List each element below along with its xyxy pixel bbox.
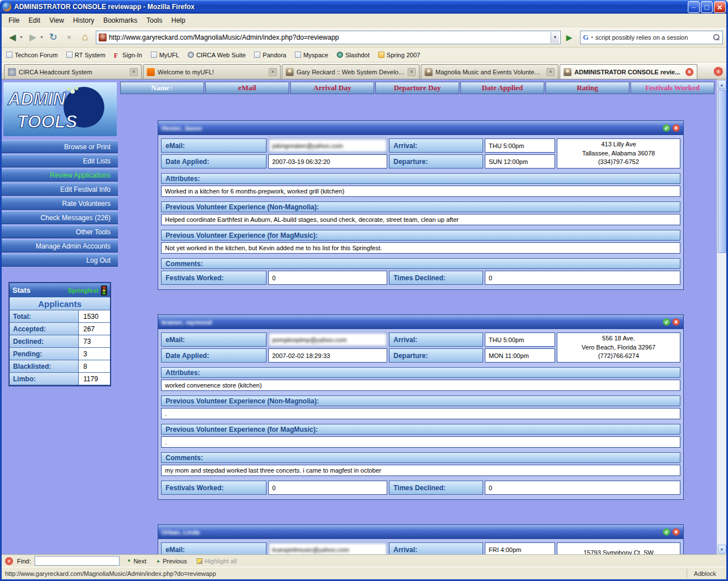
browser-tab[interactable]: Gary Reckard :: Web System Develop... <box>282 64 420 79</box>
forward-history-dropdown-icon[interactable] <box>40 35 44 39</box>
find-next-label: Next <box>133 558 146 565</box>
scroll-down-button[interactable] <box>718 545 726 554</box>
person-favicon <box>425 68 433 76</box>
festivals-worked-value: 0 <box>268 481 387 495</box>
stats-row: Pending: 3 <box>10 348 110 360</box>
bookmark-item[interactable]: MyUFL <box>151 52 179 58</box>
reject-x-icon[interactable] <box>672 124 680 132</box>
applicant-counters-grid: Festivals Worked: 0 Times Declined: 0 <box>161 481 680 495</box>
search-input[interactable] <box>595 34 711 41</box>
back-history-dropdown-icon[interactable] <box>19 35 23 39</box>
address-value: 15793 Symphony Ct. SW Fort Myers, Florid… <box>557 542 680 554</box>
sidebar-nav-item[interactable]: Other Tools <box>2 225 118 238</box>
window-titlebar[interactable]: ADMINISTRATOR CONSOLE reviewapp - Mozill… <box>0 0 728 14</box>
menu-item[interactable]: Edit <box>24 15 45 26</box>
home-button[interactable] <box>78 30 92 45</box>
bookmark-item[interactable]: Slashdot <box>337 52 370 58</box>
page-icon <box>6 52 12 58</box>
reload-button[interactable] <box>46 30 61 45</box>
browser-tab[interactable]: Magnolia Music and Events Volunteer ... <box>421 64 558 79</box>
highlight-all-button[interactable]: Highlight all <box>194 557 240 565</box>
approve-check-icon[interactable] <box>663 528 670 536</box>
column-header[interactable]: Departure Day <box>375 82 459 94</box>
tab-close-icon[interactable] <box>269 68 277 76</box>
stop-button[interactable] <box>62 30 77 45</box>
column-header[interactable]: Date Applied <box>460 82 544 94</box>
reject-x-icon[interactable] <box>672 528 680 536</box>
column-header[interactable]: Arrival Day <box>290 82 374 94</box>
reject-x-icon[interactable] <box>672 318 680 326</box>
approve-check-icon[interactable] <box>663 318 670 326</box>
bookmark-item[interactable]: Myspace <box>295 52 328 58</box>
bookmark-item[interactable]: Sign-In <box>114 52 142 58</box>
menu-item[interactable]: Help <box>167 15 190 26</box>
browser-tab[interactable]: Welcome to myUFL! <box>143 64 281 79</box>
column-header[interactable]: Rating <box>545 82 629 94</box>
forward-button[interactable] <box>26 30 40 45</box>
stats-row: Limbo: 1179 <box>10 373 110 385</box>
bookmark-item[interactable]: Pandora <box>254 52 286 58</box>
find-next-button[interactable]: Next <box>124 557 149 565</box>
sidebar-nav-item[interactable]: Edit Festival Info <box>2 183 118 196</box>
sidebar-nav-item[interactable]: Rate Volunteers <box>2 197 118 210</box>
bookmark-item[interactable]: CIRCA Web Suite <box>188 52 246 58</box>
find-previous-button[interactable]: Previous <box>153 557 190 565</box>
bookmark-item[interactable]: Spring 2007 <box>378 52 420 58</box>
stats-value: 8 <box>79 360 110 372</box>
firefox-window: ADMINISTRATOR CONSOLE reviewapp - Mozill… <box>0 0 728 581</box>
email-value: pomptonpimp@yahoo.com <box>268 332 387 347</box>
bookmark-item[interactable]: RT System <box>66 52 105 58</box>
bookmark-label: CIRCA Web Suite <box>196 52 246 58</box>
departure-value: SUN 12:00pm <box>485 154 555 169</box>
traffic-light-icon[interactable] <box>101 285 107 296</box>
bookmark-label: Slashdot <box>345 52 370 58</box>
scrollbar-thumb[interactable] <box>718 90 726 253</box>
find-input[interactable] <box>35 556 120 566</box>
sidebar-nav-item[interactable]: Browse or Print <box>2 140 118 153</box>
column-header[interactable]: Festivals Worked <box>630 82 714 94</box>
column-header[interactable]: Name↑ <box>120 82 204 94</box>
menu-item[interactable]: Bookmarks <box>99 15 142 26</box>
sidebar-nav-item[interactable]: Check Messages (226) <box>2 211 118 224</box>
url-input[interactable] <box>109 33 548 41</box>
applicant-name: kramer, raymond <box>162 319 663 326</box>
search-engine-dropdown-icon[interactable] <box>590 36 594 39</box>
go-button[interactable] <box>562 30 577 45</box>
menu-item[interactable]: View <box>45 15 69 26</box>
search-magnifier-icon[interactable] <box>713 33 720 41</box>
browser-tab[interactable]: CIRCA Headcount System <box>4 64 142 79</box>
back-button[interactable] <box>5 30 20 45</box>
vertical-scrollbar[interactable] <box>717 79 726 554</box>
browser-tab[interactable]: ADMINISTRATOR CONSOLE revie... <box>560 64 697 79</box>
column-header[interactable]: eMail <box>205 82 289 94</box>
sidebar-nav-item[interactable]: Review Applications <box>2 169 118 182</box>
applicant-counters-grid: Festivals Worked: 0 Times Declined: 0 <box>161 271 680 285</box>
approve-check-icon[interactable] <box>663 124 670 132</box>
address-value: 556 18 Ave. Vero Beach, Florida 32967 (7… <box>557 332 680 363</box>
tab-close-icon[interactable] <box>685 68 693 76</box>
adblock-status[interactable]: Adblock <box>687 569 723 578</box>
email-value: jokingreaker@yahoo.com <box>268 138 387 153</box>
url-dropdown-arrow-icon[interactable] <box>551 32 559 43</box>
bookmark-item[interactable]: Techcon Forum <box>6 52 58 58</box>
menu-item[interactable]: History <box>69 15 99 26</box>
minimize-button[interactable] <box>688 1 700 13</box>
menu-item[interactable]: File <box>4 15 24 26</box>
find-close-icon[interactable] <box>5 557 13 565</box>
menu-item[interactable]: Tools <box>142 15 167 26</box>
sidebar-nav-item[interactable]: Log Out <box>2 254 118 267</box>
status-bar: http://www.garyreckard.com/MagnoliaMusic… <box>2 567 726 579</box>
tabstrip-close-button[interactable] <box>714 67 723 76</box>
tab-close-icon[interactable] <box>408 68 416 76</box>
tab-close-icon[interactable] <box>130 68 138 76</box>
tab-close-icon[interactable] <box>547 68 555 76</box>
applicant-card-header: Hester, Jason <box>158 121 683 135</box>
bookmark-label: Myspace <box>303 52 328 58</box>
google-engine-icon[interactable]: G <box>583 33 589 42</box>
close-button[interactable] <box>714 1 726 13</box>
sidebar-nav-item[interactable]: Manage Admin Accounts <box>2 239 118 252</box>
scroll-up-button[interactable] <box>718 80 726 89</box>
maximize-button[interactable] <box>701 1 713 13</box>
sidebar-nav-item[interactable]: Edit Lists <box>2 154 118 167</box>
bookmark-label: RT System <box>75 52 105 58</box>
